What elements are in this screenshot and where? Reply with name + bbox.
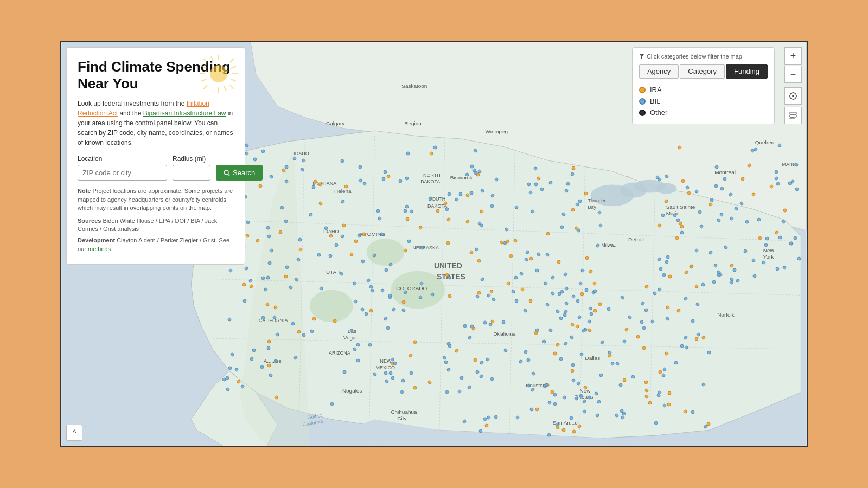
svg-text:Milwa...: Milwa... [601, 242, 617, 248]
svg-text:IDAHO: IDAHO [293, 151, 309, 156]
svg-line-72 [230, 59, 234, 62]
sun-decoration [197, 52, 240, 95]
search-icon [224, 170, 230, 176]
radius-label: Radius (mi) [173, 155, 210, 163]
tab-agency[interactable]: Agency [639, 64, 679, 79]
svg-text:Las: Las [348, 328, 356, 334]
filter-tabs: Agency Category Funding [639, 64, 768, 79]
tab-funding[interactable]: Funding [726, 64, 768, 79]
search-button[interactable]: Search [216, 165, 263, 181]
note-text: Note Project locations are approximate. … [78, 187, 234, 212]
svg-point-4 [655, 183, 677, 194]
svg-line-70 [203, 59, 207, 62]
svg-text:Bismarck: Bismarck [450, 175, 473, 181]
map-frame: Calgary Regina Winnipeg Saskatoon Helena… [60, 41, 808, 447]
svg-text:Calgary: Calgary [326, 120, 344, 126]
svg-rect-90 [790, 112, 796, 114]
map-controls: + − [784, 47, 802, 125]
svg-text:Marie: Marie [666, 210, 680, 216]
legend-item-ira[interactable]: IRA [639, 84, 768, 95]
svg-text:Helena: Helena [334, 188, 352, 194]
note-label: Note [78, 188, 91, 194]
location-input[interactable] [78, 165, 167, 181]
svg-line-73 [203, 85, 207, 89]
collapse-button[interactable]: ^ [66, 425, 82, 441]
svg-text:NEBRASKA: NEBRASKA [412, 245, 439, 251]
svg-rect-92 [790, 118, 794, 119]
svg-line-76 [211, 56, 213, 61]
svg-text:COLORADO: COLORADO [396, 285, 427, 291]
svg-text:Saskatoon: Saskatoon [401, 83, 427, 89]
svg-text:UNITED: UNITED [434, 261, 462, 270]
svg-text:DAKOTA: DAKOTA [427, 203, 447, 209]
svg-text:Chihuahua: Chihuahua [391, 409, 417, 415]
svg-text:MAINE: MAINE [782, 162, 797, 167]
svg-text:UTAH: UTAH [326, 269, 340, 275]
svg-text:ARIZONA: ARIZONA [329, 350, 350, 356]
filter-icon [639, 54, 644, 59]
dev-label: Development [78, 237, 115, 243]
bil-link[interactable]: Bipartisan Infrastructure Law [143, 110, 226, 117]
radius-input[interactable]: 50 [173, 165, 210, 181]
svg-text:City: City [397, 415, 406, 421]
svg-marker-83 [640, 54, 644, 59]
svg-text:York: York [763, 254, 774, 260]
search-form: Location Radius (mi) 50 Search [78, 155, 234, 181]
desc-intro: Look up federal investments from the [78, 100, 184, 107]
svg-text:MEXICO: MEXICO [376, 365, 395, 370]
svg-text:A.....les: A.....les [264, 358, 282, 364]
svg-text:Norfolk: Norfolk [717, 312, 735, 318]
legend-item-bil[interactable]: BIL [639, 95, 768, 107]
svg-text:Orleans: Orleans [575, 394, 593, 400]
layers-icon [789, 111, 797, 120]
svg-text:Quebec: Quebec [755, 139, 774, 145]
legend-label-other: Other [650, 108, 668, 117]
sources-text: Sources Biden White House / EPA / DOI / … [78, 217, 234, 234]
filter-panel: Click categories below filter the map Ag… [632, 47, 775, 124]
svg-text:NEW: NEW [380, 358, 392, 364]
location-group: Location [78, 155, 167, 181]
filter-instruction: Click categories below filter the map [639, 53, 768, 60]
svg-text:Sault Sainte: Sault Sainte [666, 204, 695, 210]
svg-text:Detroit: Detroit [628, 236, 644, 242]
locate-button[interactable] [784, 87, 802, 105]
control-panel: Find Climate Spending Near You Look up f… [66, 47, 245, 265]
legend-dot-bil [639, 98, 646, 105]
svg-line-71 [230, 85, 234, 89]
svg-line-82 [228, 174, 229, 176]
svg-line-78 [201, 79, 206, 81]
svg-text:New: New [580, 388, 591, 394]
svg-point-85 [792, 95, 794, 97]
svg-text:WYOMING: WYOMING [359, 231, 386, 237]
svg-text:Winnipeg: Winnipeg [485, 129, 507, 134]
svg-text:Vegas: Vegas [343, 335, 359, 341]
zoom-out-button[interactable]: − [784, 66, 802, 83]
dev-text: Development Clayton Aldern / Parker Zieg… [78, 236, 234, 253]
svg-text:NORTH: NORTH [423, 172, 441, 178]
svg-point-14 [310, 290, 353, 323]
svg-text:New: New [763, 247, 775, 253]
svg-line-79 [231, 66, 236, 68]
legend-item-other[interactable]: Other [639, 107, 768, 118]
svg-point-15 [367, 239, 405, 266]
svg-text:Nogales: Nogales [342, 388, 362, 394]
svg-line-75 [231, 79, 236, 81]
zoom-in-button[interactable]: + [784, 47, 802, 65]
legend-label-bil: BIL [650, 97, 661, 105]
svg-text:CALIFORNIA: CALIFORNIA [259, 318, 288, 323]
svg-text:Bay: Bay [588, 204, 596, 210]
legend-label-ira: IRA [650, 86, 662, 94]
svg-text:Thunder: Thunder [588, 198, 605, 203]
methods-link[interactable]: methods [88, 246, 111, 252]
location-label: Location [78, 155, 167, 163]
layers-button[interactable] [784, 107, 802, 124]
legend-dot-other [639, 110, 646, 116]
tab-category[interactable]: Category [680, 64, 725, 79]
svg-point-81 [224, 170, 228, 175]
svg-text:STATES: STATES [437, 272, 465, 281]
svg-line-77 [224, 86, 226, 91]
panel-description: Look up federal investments from the Inf… [78, 99, 234, 147]
locate-icon [789, 92, 797, 100]
legend-list: IRA BIL Other [639, 84, 768, 118]
svg-text:San An...o: San An...o [553, 420, 578, 426]
